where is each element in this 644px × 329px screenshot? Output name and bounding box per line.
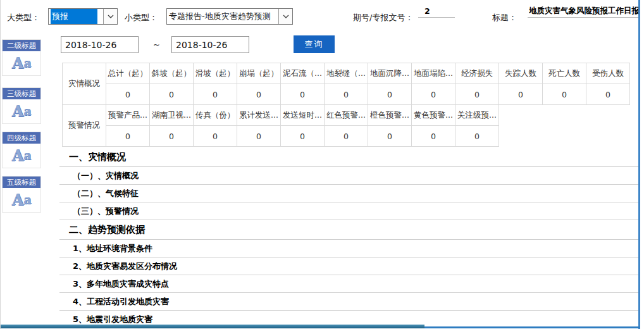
outline-item[interactable]: 一、灾情概况: [59, 147, 638, 167]
outline-item[interactable]: （二）、气候特征: [59, 185, 638, 202]
table-cell-value: 0: [368, 84, 412, 105]
big-type-selected-wrap: 预报: [49, 9, 103, 24]
table-column-header: 发送短时...: [281, 105, 325, 126]
heading-level-3-label: 三级标题: [3, 88, 40, 99]
table-column-header: 黄色预警...: [412, 105, 455, 126]
heading-style-icon: Aa: [3, 144, 40, 168]
horizontal-scrollbar-thumb[interactable]: [1, 325, 424, 328]
table-column-header: 红色预警...: [325, 105, 368, 126]
chevron-down-icon[interactable]: [103, 9, 117, 24]
table-column-header: 湖南卫视...: [150, 105, 194, 126]
table-cell-value: 0: [281, 84, 325, 105]
table-column-header: 传真（份）: [194, 105, 237, 126]
date-from-input[interactable]: [61, 36, 139, 53]
small-type-selected-value: 专题报告-地质灾害趋势预测: [169, 11, 271, 22]
table-column-header: 橙色预警...: [368, 105, 412, 126]
outline-item[interactable]: 1、地址环境背景条件: [59, 240, 638, 258]
table-column-header: 预警产品...: [106, 105, 150, 126]
table-column-header: 泥石流（...: [281, 63, 325, 84]
date-to-input[interactable]: [171, 36, 249, 53]
issue-number-field[interactable]: [418, 6, 455, 18]
table-cell-value: 0: [412, 84, 455, 105]
table-column-header: 崩塌（起）: [237, 63, 281, 84]
table-cell-value: 0: [586, 84, 630, 105]
table-column-header: 斜坡（起）: [150, 63, 194, 84]
table-cell-value: 0: [455, 84, 499, 105]
outline-item[interactable]: （三）、预警情况: [59, 202, 638, 220]
table-cell-value: 0: [325, 126, 368, 147]
table-cell-value: 0: [412, 126, 455, 147]
title-field[interactable]: [528, 6, 639, 18]
table-group-label: 灾情概况: [63, 63, 106, 105]
table-cell-value: 0: [106, 126, 150, 147]
title-label: 标题：: [492, 12, 517, 23]
table-cell-value: 0: [499, 84, 543, 105]
outline-item[interactable]: 4、工程活动引发地质灾害: [59, 293, 638, 311]
heading-style-icon: Aa: [3, 51, 40, 75]
summary-table-group-0: 灾情概况总计（起）斜坡（起）滑坡（起）崩塌（起）泥石流（...地裂缝（...地面…: [62, 63, 630, 105]
sidebar-item-heading-level-2[interactable]: 二级标题 Aa: [2, 39, 41, 76]
chevron-down-icon[interactable]: [278, 9, 292, 24]
issue-number-label: 期号/专报文号：: [353, 12, 413, 23]
document-outline: 一、灾情概况（一）、灾情概况（二）、气候特征（三）、预警情况二、趋势预测依据1、…: [59, 147, 638, 328]
table-cell-value: 0: [543, 84, 586, 105]
table-column-header: 累计发送...: [237, 105, 281, 126]
big-type-label: 大类型：: [7, 12, 40, 23]
report-editor-window: 大类型： 预报 小类型： 专题报告-地质灾害趋势预测 期号/专报文号： 标题： …: [0, 0, 644, 329]
summary-table-group-1: 预警情况预警产品...湖南卫视...传真（份）累计发送...发送短时...红色预…: [62, 104, 499, 147]
table-cell-value: 0: [281, 126, 325, 147]
small-type-select[interactable]: 专题报告-地质灾害趋势预测: [166, 8, 293, 25]
table-column-header: 受伤人数: [586, 63, 630, 84]
table-column-header: 总计（起）: [106, 63, 150, 84]
table-column-header: 滑坡（起）: [194, 63, 237, 84]
table-cell-value: 0: [194, 84, 237, 105]
table-cell-value: 0: [455, 126, 499, 147]
heading-style-icon: Aa: [3, 188, 40, 212]
table-cell-value: 0: [106, 84, 150, 105]
window-right-border: [638, 0, 640, 329]
heading-level-4-label: 四级标题: [3, 132, 40, 144]
heading-style-icon: Aa: [3, 99, 40, 123]
heading-level-2-label: 二级标题: [3, 40, 40, 51]
outline-item[interactable]: 二、趋势预测依据: [59, 220, 638, 240]
table-column-header: 地面塌陷...: [412, 63, 455, 84]
outline-item[interactable]: （一）、灾情概况: [59, 167, 638, 185]
small-type-label: 小类型：: [125, 12, 158, 23]
heading-level-5-label: 五级标题: [3, 177, 40, 188]
table-cell-value: 0: [325, 84, 368, 105]
sidebar-item-heading-level-4[interactable]: 四级标题 Aa: [2, 132, 41, 168]
table-cell-value: 0: [368, 126, 412, 147]
table-column-header: 地裂缝（...: [325, 63, 368, 84]
table-column-header: 死亡人数: [543, 63, 586, 84]
table-cell-value: 0: [194, 126, 237, 147]
small-type-selected-wrap: 专题报告-地质灾害趋势预测: [167, 9, 278, 24]
table-column-header: 地面沉降...: [368, 63, 412, 84]
outline-item[interactable]: 3、多年地质灾害成灾特点: [59, 275, 638, 293]
table-cell-value: 0: [237, 126, 281, 147]
sidebar-item-heading-level-3[interactable]: 三级标题 Aa: [2, 87, 41, 124]
table-column-header: 失踪人数: [499, 63, 543, 84]
query-button[interactable]: 查询: [294, 35, 335, 53]
table-column-header: 关注级预...: [455, 105, 499, 126]
big-type-select[interactable]: 预报: [48, 8, 118, 25]
table-group-label: 预警情况: [63, 105, 106, 147]
table-cell-value: 0: [150, 84, 194, 105]
summary-table: 灾情概况总计（起）斜坡（起）滑坡（起）崩塌（起）泥石流（...地裂缝（...地面…: [62, 63, 630, 147]
table-cell-value: 0: [237, 84, 281, 105]
sidebar-item-heading-level-5[interactable]: 五级标题 Aa: [2, 176, 41, 213]
big-type-selected-value: 预报: [51, 9, 97, 24]
table-cell-value: 0: [150, 126, 194, 147]
table-column-header: 经济损失: [455, 63, 499, 84]
date-range-tilde: ~: [153, 40, 160, 49]
outline-item[interactable]: 2、地质灾害易发区分布情况: [59, 258, 638, 275]
